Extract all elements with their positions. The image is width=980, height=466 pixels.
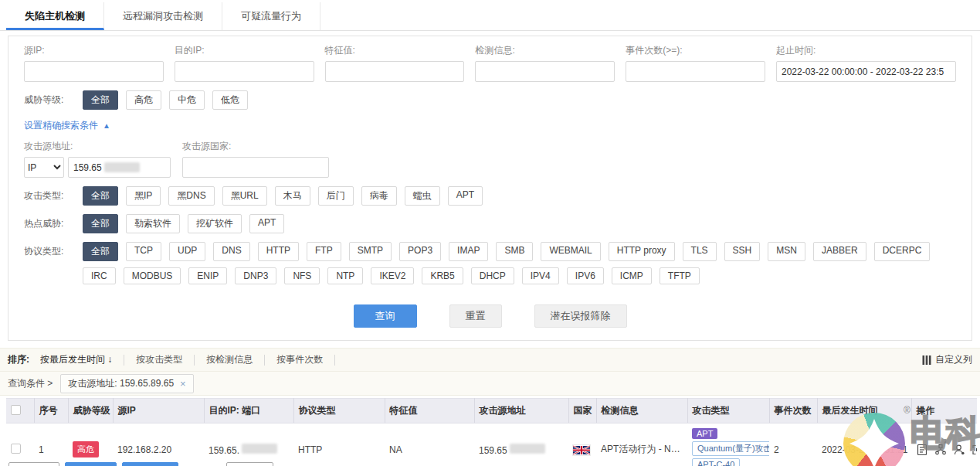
attack-source-country-input[interactable] xyxy=(182,157,329,178)
attack-type-option[interactable]: 后门 xyxy=(318,186,354,206)
remove-condition-icon[interactable]: × xyxy=(180,379,186,389)
sort-bar: 排序: 按最后发生时间 ↓ 按攻击类型 按检测信息 按事件次数 自定义列 xyxy=(0,348,980,372)
pagination-button[interactable] xyxy=(8,462,59,466)
sort-by-last-time[interactable]: 按最后发生时间 ↓ xyxy=(39,353,114,366)
false-positive-filter-button[interactable]: 潜在误报筛除 xyxy=(534,304,627,328)
protocol-option[interactable]: NTP xyxy=(327,267,363,284)
select-all-checkbox[interactable] xyxy=(11,405,21,415)
hot-threat-option[interactable]: 勒索软件 xyxy=(126,214,180,233)
protocol-cell: HTTP xyxy=(293,423,385,466)
protocol-option[interactable]: HTTP xyxy=(258,242,299,261)
protocol-option[interactable]: WEBMAIL xyxy=(541,242,600,261)
collapse-up-icon: ▲ xyxy=(103,121,110,130)
protocol-option[interactable]: FTP xyxy=(307,242,341,261)
protocol-option[interactable]: MODBUS xyxy=(124,267,181,284)
hot-threat-option[interactable]: APT xyxy=(249,214,284,233)
threat-level-option[interactable]: 低危 xyxy=(212,90,248,110)
protocol-option[interactable]: TLS xyxy=(683,242,717,261)
source-ip-input[interactable] xyxy=(24,61,164,82)
protocol-option[interactable]: HTTP proxy xyxy=(609,242,675,261)
protocol-option[interactable]: SMB xyxy=(496,242,533,261)
advanced-search-toggle[interactable]: 设置精确搜索条件 ▲ xyxy=(24,119,110,132)
attack-type-option[interactable]: 蠕虫 xyxy=(405,186,440,206)
col-index: 序号 xyxy=(34,399,68,423)
pagination-button[interactable] xyxy=(65,462,117,466)
field-event-count: 事件次数(>=): xyxy=(626,44,765,82)
protocol-row: 协议类型: 全部TCPUDPDNSHTTPFTPSMTPPOP3IMAPSMBW… xyxy=(24,242,956,284)
query-condition-label: 查询条件 > xyxy=(8,377,53,390)
protocol-option[interactable]: DNP3 xyxy=(235,267,276,284)
signature-input[interactable] xyxy=(325,61,465,82)
attack-type-option[interactable]: APT xyxy=(448,186,483,206)
detail-icon[interactable] xyxy=(916,444,928,456)
sort-by-event-count[interactable]: 按事件次数 xyxy=(275,353,324,366)
top-tab-bar: 失陷主机检测 远程漏洞攻击检测 可疑流量行为 xyxy=(0,2,980,31)
field-signature-label: 特征值: xyxy=(325,44,465,57)
protocol-option[interactable]: ICMP xyxy=(612,267,652,284)
col-event-count: 事件次数 xyxy=(769,399,817,423)
columns-icon xyxy=(922,355,931,365)
trace-analysis-icon[interactable] xyxy=(972,444,977,456)
threat-level-option[interactable]: 中危 xyxy=(169,90,205,110)
protocol-option[interactable]: TCP xyxy=(126,242,161,261)
reset-button[interactable]: 重置 xyxy=(449,304,502,328)
protocol-option[interactable]: IKEV2 xyxy=(371,267,414,284)
protocol-option[interactable]: ENIP xyxy=(188,267,227,284)
attack-source-prefix: 159.65 xyxy=(479,445,507,456)
attack-type-label: 攻击类型: xyxy=(24,186,83,202)
protocol-option[interactable]: UDP xyxy=(169,242,205,261)
protocol-option[interactable]: NFS xyxy=(284,267,320,284)
sort-by-detection-info[interactable]: 按检测信息 xyxy=(205,353,254,366)
time-range-input[interactable] xyxy=(776,61,956,82)
protocol-option[interactable]: 全部 xyxy=(83,242,118,261)
detection-info-input[interactable] xyxy=(475,61,615,82)
protocol-option[interactable]: IPV4 xyxy=(522,267,559,284)
attack-type-option[interactable]: 黑IP xyxy=(126,186,161,206)
protocol-option[interactable]: DHCP xyxy=(471,267,514,284)
attack-type-options: 全部黑IP黑DNS黑URL木马后门病毒蠕虫APT xyxy=(83,186,956,206)
results-table: 序号 威胁等级 源IP 目的IP: 端口 协议类型 特征值 攻击源地址 国家 检… xyxy=(6,398,977,466)
threat-level-option[interactable]: 高危 xyxy=(126,90,161,110)
country-cell xyxy=(568,423,596,466)
customize-columns-label: 自定义列 xyxy=(935,353,972,366)
attack-source-ip-input[interactable]: 159.65 xyxy=(68,157,171,178)
sort-by-attack-type[interactable]: 按攻击类型 xyxy=(134,353,184,366)
attack-chain-icon[interactable] xyxy=(934,444,947,456)
search-button[interactable]: 查询 xyxy=(354,304,417,328)
protocol-option[interactable]: IPV6 xyxy=(567,267,604,284)
protocol-option[interactable]: SMTP xyxy=(349,242,392,261)
tab-remote-exploit-detection[interactable]: 远程漏洞攻击检测 xyxy=(104,2,222,30)
tab-suspicious-traffic[interactable]: 可疑流量行为 xyxy=(222,2,320,30)
tab-compromised-host-detection[interactable]: 失陷主机检测 xyxy=(6,2,104,30)
event-count-input[interactable] xyxy=(626,61,765,82)
protocol-option[interactable]: DNS xyxy=(213,242,249,261)
protocol-option[interactable]: IRC xyxy=(83,267,116,284)
attack-source-type-select[interactable]: IP xyxy=(24,157,64,178)
attack-type-option[interactable]: 全部 xyxy=(83,186,118,206)
field-time-range-label: 起止时间: xyxy=(776,44,956,57)
pagination-button[interactable] xyxy=(226,462,273,466)
threat-level-option[interactable]: 全部 xyxy=(83,90,118,110)
protocol-option[interactable]: IMAP xyxy=(449,242,488,261)
pagination-button[interactable] xyxy=(122,462,178,466)
attack-type-option[interactable]: 木马 xyxy=(275,186,310,206)
hot-threat-option[interactable]: 全部 xyxy=(83,214,118,233)
attack-type-option[interactable]: 病毒 xyxy=(361,186,397,206)
protocol-option[interactable]: POP3 xyxy=(399,242,441,261)
hot-threat-option[interactable]: 挖矿软件 xyxy=(188,214,242,233)
protocol-option[interactable]: KRB5 xyxy=(422,267,463,284)
attack-type-option[interactable]: 黑URL xyxy=(222,186,267,206)
attack-type-option[interactable]: 黑DNS xyxy=(168,186,214,206)
protocol-option[interactable]: DCERPC xyxy=(874,242,931,261)
protocol-option[interactable]: JABBER xyxy=(813,242,866,261)
customize-columns-button[interactable]: 自定义列 xyxy=(922,353,972,366)
row-checkbox[interactable] xyxy=(11,444,21,454)
protocol-option[interactable]: TFTP xyxy=(660,267,700,284)
threat-level-options: 全部高危中危低危 xyxy=(83,90,956,110)
protocol-option[interactable]: SSH xyxy=(724,242,761,261)
advanced-search-toggle-label: 设置精确搜索条件 xyxy=(24,119,98,132)
dest-ip-input[interactable] xyxy=(175,61,314,82)
attacker-profile-icon[interactable] xyxy=(953,444,965,456)
protocol-option[interactable]: MSN xyxy=(768,242,805,261)
field-source-ip: 源IP: xyxy=(24,44,164,82)
